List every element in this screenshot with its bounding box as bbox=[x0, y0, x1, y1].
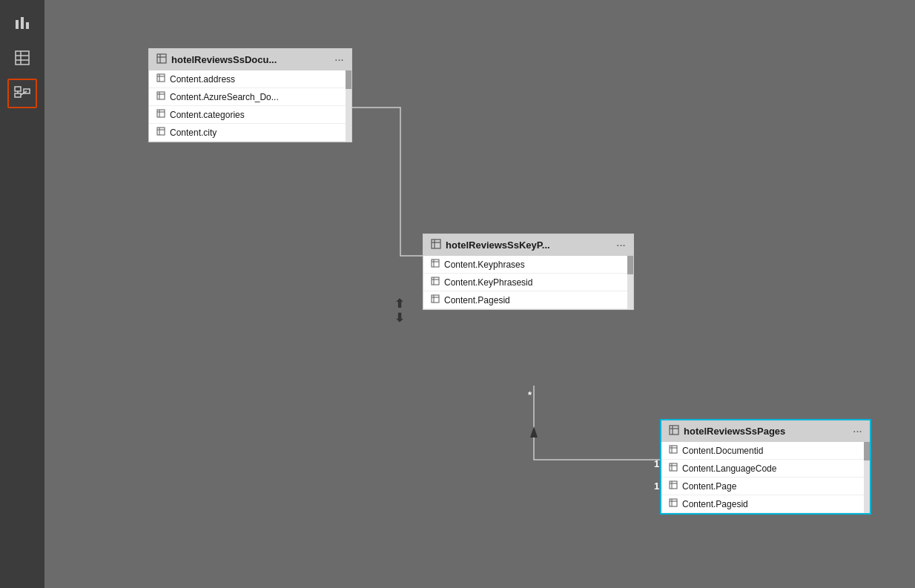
table-keyp-header: hotelReviewsSsKeyP... ··· bbox=[423, 234, 633, 256]
table-pages-body: Content.Documentid Content.LanguageCode bbox=[661, 442, 870, 513]
scroll-indicator[interactable] bbox=[864, 442, 870, 513]
scroll-thumb bbox=[864, 442, 870, 460]
svg-rect-49 bbox=[670, 481, 677, 489]
table-icon[interactable] bbox=[7, 43, 37, 73]
svg-rect-43 bbox=[670, 446, 677, 453]
table-doc-icon bbox=[156, 53, 167, 66]
rel-label-1-pages-b: 1 bbox=[654, 480, 659, 492]
svg-rect-28 bbox=[432, 240, 440, 248]
field-icon bbox=[431, 277, 440, 288]
field-icon bbox=[156, 127, 165, 138]
table-row[interactable]: Content.Pagesid bbox=[661, 495, 870, 513]
bar-chart-icon[interactable] bbox=[7, 7, 37, 37]
table-row[interactable]: Content.categories bbox=[149, 106, 351, 124]
table-doc-body: Content.address Content.AzureSearch_Do..… bbox=[149, 70, 351, 142]
field-name: Content.Keyphrases bbox=[444, 260, 525, 270]
connector-arrows: ⬆⬇ bbox=[394, 297, 404, 325]
table-keyp[interactable]: hotelReviewsSsKeyP... ··· Content.Keyphr… bbox=[423, 234, 634, 310]
svg-rect-13 bbox=[157, 54, 166, 63]
svg-rect-37 bbox=[432, 295, 439, 303]
rel-label-star: * bbox=[528, 389, 532, 400]
table-pages-title: hotelReviewsSsPages bbox=[684, 426, 849, 437]
svg-rect-0 bbox=[16, 20, 19, 29]
table-row[interactable]: Content.Pagesid bbox=[423, 291, 633, 309]
table-pages[interactable]: hotelReviewsSsPages ··· Content.Document… bbox=[660, 419, 871, 515]
table-doc[interactable]: hotelReviewsSsDocu... ··· Content.addres… bbox=[148, 48, 352, 142]
field-icon bbox=[669, 463, 678, 474]
canvas: 1 * 1 1 ⬆⬇ hotelReviewsSsDocu... ··· bbox=[44, 0, 915, 588]
field-icon bbox=[156, 91, 165, 102]
field-name: Content.Page bbox=[682, 481, 736, 492]
table-pages-icon bbox=[669, 425, 679, 437]
table-row[interactable]: Content.KeyPhrasesid bbox=[423, 274, 633, 291]
table-keyp-body: Content.Keyphrases Content.KeyPhrasesid bbox=[423, 256, 633, 309]
field-icon bbox=[156, 73, 165, 85]
table-keyp-icon bbox=[431, 239, 441, 251]
svg-rect-40 bbox=[670, 426, 678, 435]
field-name: Content.Pagesid bbox=[682, 499, 748, 509]
svg-rect-7 bbox=[15, 87, 21, 91]
field-icon bbox=[431, 259, 440, 270]
svg-rect-46 bbox=[670, 463, 677, 471]
svg-rect-22 bbox=[157, 110, 165, 117]
table-row[interactable]: Content.city bbox=[149, 124, 351, 142]
field-name: Content.Pagesid bbox=[444, 295, 510, 305]
field-icon bbox=[669, 498, 678, 509]
table-doc-dots[interactable]: ··· bbox=[335, 56, 344, 65]
svg-rect-34 bbox=[432, 277, 439, 285]
table-doc-title: hotelReviewsSsDocu... bbox=[171, 54, 331, 65]
svg-rect-3 bbox=[16, 51, 29, 65]
scroll-indicator[interactable] bbox=[627, 256, 633, 309]
table-pages-dots[interactable]: ··· bbox=[853, 427, 862, 436]
table-row[interactable]: Content.Documentid bbox=[661, 442, 870, 460]
table-row[interactable]: Content.Page bbox=[661, 478, 870, 495]
svg-rect-16 bbox=[157, 74, 165, 82]
svg-rect-1 bbox=[21, 17, 24, 29]
field-name: Content.LanguageCode bbox=[682, 463, 776, 474]
table-keyp-dots[interactable]: ··· bbox=[617, 241, 626, 250]
scroll-indicator[interactable] bbox=[346, 70, 351, 142]
rel-label-1-pages-a: 1 bbox=[654, 458, 659, 469]
svg-marker-12 bbox=[530, 426, 538, 437]
diagram-icon[interactable] bbox=[7, 79, 37, 108]
svg-rect-19 bbox=[157, 92, 165, 99]
field-icon bbox=[669, 445, 678, 456]
field-name: Content.categories bbox=[170, 110, 245, 120]
table-row[interactable]: Content.AzureSearch_Do... bbox=[149, 88, 351, 106]
field-icon bbox=[669, 480, 678, 492]
table-doc-header: hotelReviewsSsDocu... ··· bbox=[149, 49, 351, 70]
scroll-thumb bbox=[346, 70, 351, 89]
svg-rect-52 bbox=[670, 499, 677, 506]
table-pages-header: hotelReviewsSsPages ··· bbox=[661, 420, 870, 442]
svg-rect-25 bbox=[157, 128, 165, 135]
svg-rect-31 bbox=[432, 260, 439, 267]
field-name: Content.Documentid bbox=[682, 446, 763, 456]
scroll-thumb bbox=[627, 256, 633, 274]
field-name: Content.KeyPhrasesid bbox=[444, 277, 532, 288]
table-row[interactable]: Content.address bbox=[149, 70, 351, 88]
field-name: Content.city bbox=[170, 128, 217, 138]
field-icon bbox=[156, 109, 165, 120]
table-row[interactable]: Content.Keyphrases bbox=[423, 256, 633, 274]
svg-rect-9 bbox=[15, 93, 21, 97]
table-keyp-title: hotelReviewsSsKeyP... bbox=[446, 240, 612, 251]
sidebar bbox=[0, 0, 44, 588]
field-name: Content.address bbox=[170, 74, 235, 85]
svg-rect-2 bbox=[26, 22, 29, 29]
field-name: Content.AzureSearch_Do... bbox=[170, 92, 279, 102]
table-row[interactable]: Content.LanguageCode bbox=[661, 460, 870, 478]
field-icon bbox=[431, 294, 440, 305]
